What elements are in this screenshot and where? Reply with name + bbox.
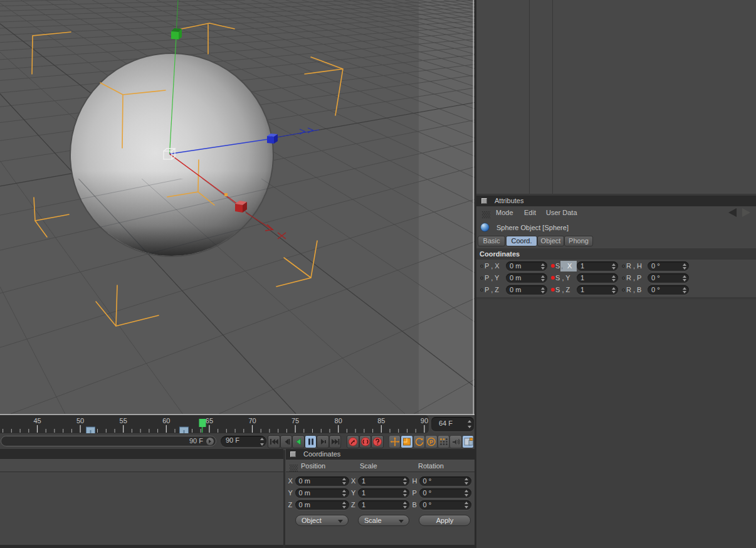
svg-text:P: P bbox=[429, 439, 433, 445]
